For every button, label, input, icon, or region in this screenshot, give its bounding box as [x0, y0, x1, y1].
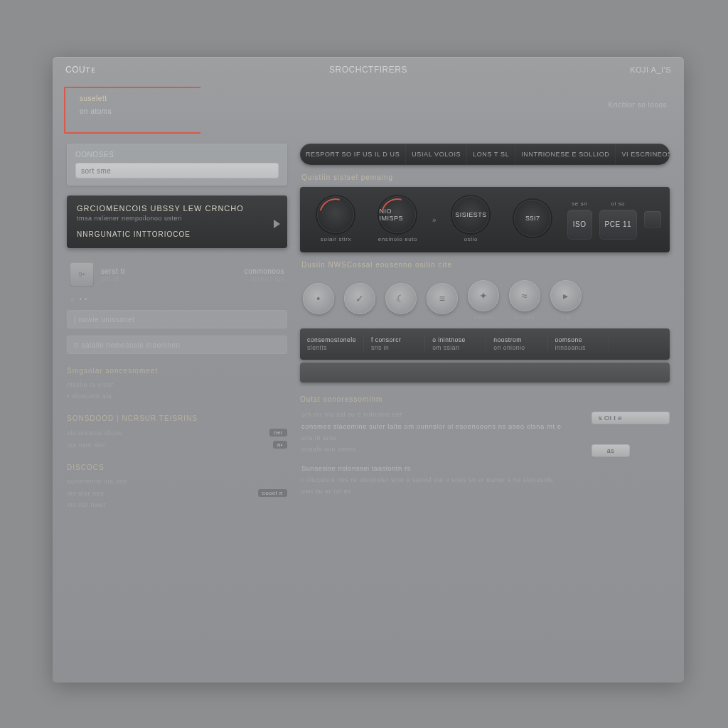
th-2[interactable]: o inintnoseom ssian — [425, 336, 486, 352]
sidebar-feature-card[interactable]: GRCIOMENCOIS UBSSY LEW CRNCHO tmsa nslie… — [67, 196, 287, 248]
section-row[interactable]: nlaslie la ercer — [67, 379, 287, 390]
th-1[interactable]: f consorcrsns in — [364, 336, 425, 352]
table-row[interactable] — [300, 363, 670, 382]
circle-item[interactable]: ≈noosint — [509, 280, 540, 321]
circle-icon: ≡ — [427, 283, 458, 314]
sidebar-item-meta-sub: instron tus — [245, 275, 284, 282]
section-row[interactable]: • aloscone ala — [67, 390, 287, 402]
sidebar-row-1[interactable]: | nowie unissonet — [67, 310, 287, 328]
feature-footer: NNRGUNATIC INTTORIOCOE — [77, 230, 277, 238]
dial-caption: solair stirx — [321, 236, 351, 243]
details-section: Outst sonoressominm ors rer nla sal su e… — [300, 395, 670, 497]
row-label: ins alar nes — [67, 490, 104, 497]
pill-value: PCE 11 — [599, 210, 637, 240]
circle-icon: ✓ — [344, 283, 375, 314]
row-label: ms nar nwer — [67, 501, 106, 508]
circle-item[interactable]: ☾ — [385, 283, 417, 317]
section-row[interactable]: als nrestna slione ner — [67, 427, 287, 439]
detail-small-button[interactable]: as — [592, 444, 630, 457]
detail-subheading: Sunsesise nslonssei taaslontn rs — [300, 462, 580, 474]
breadcrumb-right[interactable]: Krichlor so looos — [609, 101, 667, 109]
sidebar-item-meta-label: conmonoos — [245, 267, 284, 275]
circle-item[interactable]: ▸t a — [550, 280, 582, 321]
detail-action-button[interactable]: s OI t e — [592, 412, 670, 424]
circles-title: Dusiin NWSCossal eousenno osilin cite — [301, 261, 668, 269]
tab-2[interactable]: LONS T SL — [467, 144, 515, 165]
circle-item[interactable]: ✦onpisrt — [468, 280, 499, 321]
row-label: • aloscone ala — [67, 392, 112, 400]
sidebar-section-0: Singsolar soncesiomeet nlaslie la ercer … — [67, 367, 287, 402]
gauge-icon: S5I7 — [514, 200, 551, 237]
circle-label: t a — [562, 314, 569, 321]
row-label: ioa nsm sler — [67, 441, 106, 449]
details-title: Outst sonoressominm — [300, 395, 670, 403]
pill-value: ISO — [567, 210, 592, 240]
sidebar-row-2[interactable]: tr salalie nemesosle ineoninen — [67, 336, 287, 354]
section-heading: Singsolar soncesiomeet — [67, 367, 287, 375]
tab-bar: RESPORT SO IF US IL D US USIAL VOLOIS LO… — [300, 144, 670, 165]
circle-icon: ▸ — [550, 280, 582, 311]
dial-pill-1[interactable]: ol so PCE 11 — [599, 200, 637, 240]
section-row[interactable]: ioa nsm sler a• — [67, 439, 287, 451]
tab-0[interactable]: RESPORT SO IF US IL D US — [300, 144, 406, 165]
tab-3[interactable]: INNTRIONESE E SOLLIOD — [515, 144, 616, 165]
sidebar-expand-toggle[interactable]: • • — [67, 295, 287, 303]
row-label: nlaslie la ercer — [67, 381, 114, 388]
account-label[interactable]: KOJI A_I'S — [630, 65, 671, 74]
play-icon[interactable] — [274, 220, 280, 228]
dial-0[interactable]: solair stirx — [309, 196, 363, 243]
th-3[interactable]: noostromon onionio — [486, 336, 547, 352]
dial-pill-0[interactable]: se sn ISO — [567, 200, 592, 240]
dial-1[interactable]: NIO IMISPS ensinolo euto — [370, 196, 425, 243]
th-0[interactable]: consemostoneleslentts — [300, 336, 364, 352]
feature-subtitle: tmsa nsliener nempoilonoo usteri — [77, 215, 277, 222]
breadcrumb-line2[interactable]: on atoms — [80, 105, 112, 118]
circle-item[interactable]: ✓ — [344, 283, 375, 317]
section-heading: DISCOCS — [67, 464, 287, 471]
tab-1[interactable]: USIAL VOLOIS — [406, 144, 467, 165]
sidebar-item-label: serst tr — [101, 267, 126, 275]
pill-top: se sn — [572, 200, 587, 207]
row-label: als nrestna slione — [67, 429, 123, 437]
circle-item[interactable]: ≡ — [427, 283, 458, 317]
dial-2[interactable]: SISIESTS oslio — [444, 196, 498, 243]
sidebar-search-input[interactable]: sort sme — [75, 163, 279, 178]
circle-icon: ≈ — [509, 280, 540, 311]
gauge-icon: NIO IMISPS — [379, 196, 416, 233]
row-chip: a• — [273, 441, 287, 449]
circle-item[interactable]: • — [303, 283, 334, 317]
sidebar-search-card: oonoses sort sme — [67, 144, 287, 186]
detail-line: onsals oiin oesns — [300, 444, 580, 455]
sidebar-item-0[interactable]: 9• serst tr unt er conmonoos instron tus — [67, 261, 287, 288]
circle-label: onpisrt — [473, 314, 493, 321]
window-title: SROCHCTFIRERS — [53, 65, 684, 75]
table-header: consemostoneleslentts f consorcrsns in o… — [300, 328, 670, 360]
sidebar-card-title: oonoses — [75, 151, 279, 159]
th-4[interactable]: oomsoneinnsoanus — [548, 336, 609, 352]
dial-caption: oslio — [464, 236, 478, 243]
feature-title: GRCIOMENCOIS UBSSY LEW CRNCHO — [77, 204, 277, 213]
breadcrumb-line1[interactable]: suselett — [80, 92, 112, 105]
search-value: sort sme — [81, 167, 111, 175]
sidebar-item-sub: unt er — [101, 275, 126, 282]
section-row[interactable]: ins alar nes cooct n — [67, 487, 287, 499]
gauge-icon — [317, 196, 354, 233]
window-header: COUᴛᴇ SROCHCTFIRERS KOJI A_I'S — [53, 57, 684, 82]
detail-line: osri su ar rol es — [300, 486, 580, 497]
dials-strip: solair stirx NIO IMISPS ensinolo euto » … — [300, 187, 670, 252]
circle-icon: ✦ — [468, 280, 499, 311]
section-row[interactable]: ms nar nwer — [67, 499, 287, 510]
section-row[interactable]: summerine ina one — [67, 476, 287, 487]
circle-label: noosint — [514, 314, 535, 321]
pill-top: ol so — [611, 200, 625, 207]
section-heading: SONSDOOD | NCRSUR TEISRINS — [67, 414, 287, 422]
tab-4[interactable]: VI ESCRINEOS — [616, 144, 670, 165]
sidebar-row-1-label: | nowie unissonet — [74, 316, 135, 323]
breadcrumb-labels: suselett on atoms — [80, 92, 112, 118]
thumb-icon: 9• — [70, 262, 94, 287]
square-icon[interactable] — [644, 211, 661, 228]
dial-3[interactable]: S5I7 — [505, 200, 560, 240]
circle-row: • ✓ ☾ ≡ ✦onpisrt ≈noosint ▸t a — [300, 274, 670, 326]
detail-line: r olsrpes e nes re olonneler sine e sero… — [300, 474, 580, 486]
circle-icon: ☾ — [385, 283, 417, 314]
